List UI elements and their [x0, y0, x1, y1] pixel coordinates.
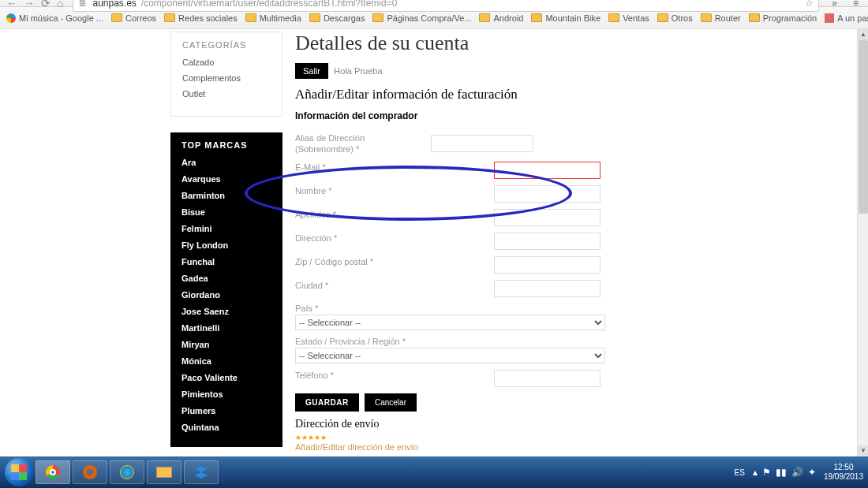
bookmark-label: Ventas [623, 13, 649, 23]
chevrons-icon[interactable]: » [829, 0, 840, 9]
url-path: /component/virtuemart/user/editaddressca… [141, 0, 397, 9]
bookmark-star-icon[interactable]: ☆ [805, 0, 814, 9]
bookmark-label: Router [715, 13, 741, 23]
bookmark-item[interactable]: Router [701, 13, 741, 23]
browser-toolbar: ← → ⟳ ⌂ 🗎 aunpas.es/component/virtuemart… [0, 0, 868, 7]
bookmark-item[interactable]: A un pas [825, 13, 868, 23]
folder-icon [749, 13, 760, 22]
folder-icon [479, 13, 490, 22]
bookmark-label: Programación [763, 13, 817, 23]
bookmark-label: Descargas [324, 13, 365, 23]
url-host: aunpas.es [92, 0, 136, 9]
reload-icon[interactable]: ⟳ [41, 0, 51, 9]
bookmark-item[interactable]: Correos [111, 13, 156, 23]
bookmark-item[interactable]: Mountain Bike [531, 13, 600, 23]
folder-icon [111, 13, 122, 22]
bookmark-label: Mi música - Google ... [19, 13, 103, 23]
bookmark-item[interactable]: Otros [657, 13, 693, 23]
bookmark-label: A un pas [837, 13, 868, 23]
home-icon[interactable]: ⌂ [57, 0, 63, 9]
bookmark-label: Otros [672, 13, 693, 23]
folder-icon [657, 13, 668, 22]
bookmark-label: Páginas Compra/Ve... [387, 13, 471, 23]
site-icon [6, 13, 16, 23]
bookmark-label: Android [493, 13, 523, 23]
site-icon [825, 13, 834, 23]
folder-icon [701, 13, 712, 22]
folder-icon [245, 13, 256, 22]
folder-icon [531, 13, 542, 22]
bookmark-item[interactable]: Páginas Compra/Ve... [372, 13, 471, 23]
folder-icon [608, 13, 619, 22]
back-icon[interactable]: ← [6, 0, 17, 9]
bookmark-item[interactable]: Redes sociales [164, 13, 238, 23]
forward-icon[interactable]: → [24, 0, 35, 9]
bookmark-item[interactable]: Multimedia [245, 13, 301, 23]
bookmark-item[interactable]: Ventas [608, 13, 649, 23]
menu-icon[interactable]: ≡ [850, 0, 862, 9]
bookmark-item[interactable]: Programación [749, 13, 817, 23]
bookmark-label: Multimedia [260, 13, 301, 23]
bookmark-item[interactable]: Descargas [309, 13, 365, 23]
bookmark-item[interactable]: Mi música - Google ... [6, 13, 103, 23]
bookmark-label: Correos [125, 13, 156, 23]
bookmark-label: Redes sociales [178, 13, 238, 23]
page-icon: 🗎 [78, 0, 88, 9]
address-bar[interactable]: 🗎 aunpas.es/component/virtuemart/user/ed… [73, 0, 819, 12]
bookmark-label: Mountain Bike [545, 13, 600, 23]
folder-icon [372, 13, 383, 22]
folder-icon [309, 13, 320, 22]
folder-icon [164, 13, 175, 22]
bookmark-item[interactable]: Android [479, 13, 523, 23]
